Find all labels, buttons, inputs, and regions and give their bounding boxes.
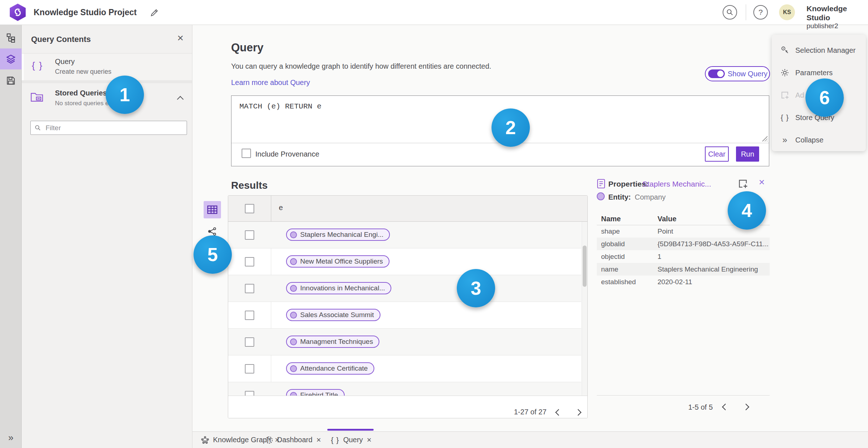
entity-pill-label: Firebird Title — [300, 391, 338, 396]
gear-icon — [780, 68, 789, 77]
entity-pill[interactable]: Innovations in Mechanical... — [286, 282, 391, 294]
edit-title-button[interactable] — [150, 8, 159, 17]
tab-dashboard[interactable]: Dashboard × — [265, 432, 321, 448]
entity-pill[interactable]: Staplers Mechanical Engi... — [286, 229, 390, 241]
pencil-icon — [150, 8, 159, 17]
property-value: {5D9B4713-F98D-4A53-A59F-C11... — [658, 240, 769, 248]
row-checkbox[interactable] — [245, 311, 254, 320]
query-item[interactable]: { } Query Create new queries — [22, 54, 192, 80]
row-checkbox[interactable] — [245, 230, 254, 240]
properties-entity-link[interactable]: Staplers Mechanic... — [642, 180, 711, 188]
column-separator — [271, 196, 271, 221]
entity-dot-icon — [290, 312, 297, 319]
app-logo[interactable] — [10, 4, 26, 21]
rail-expand-button[interactable]: » — [0, 430, 22, 445]
row-checkbox[interactable] — [245, 337, 254, 347]
add-to-selection-button[interactable] — [738, 179, 748, 189]
resize-handle[interactable] — [762, 136, 767, 141]
table-row[interactable]: New Metal Office Suppliers — [228, 248, 581, 275]
pagination-prev-button[interactable] — [551, 405, 566, 418]
layers-icon — [6, 54, 16, 64]
property-name: globalid — [601, 240, 625, 248]
results-table-header: e — [228, 196, 587, 222]
entity-type-value: Company — [635, 193, 666, 201]
show-query-toggle[interactable]: Show Query — [705, 66, 770, 81]
table-row[interactable]: Firebird Title — [228, 382, 581, 396]
user-avatar[interactable]: KS — [779, 4, 795, 20]
tab-label: Dashboard — [277, 436, 312, 444]
stored-queries-label: Stored Queries — [55, 89, 107, 97]
panel-close-button[interactable]: × — [177, 33, 184, 43]
menu-item-collapse[interactable]: » Collapse — [772, 129, 866, 151]
menu-item-label: Parameters — [795, 69, 833, 77]
help-button[interactable]: ? — [753, 5, 768, 20]
annotation-badge-2: 2 — [492, 108, 530, 147]
entity-pill[interactable]: Sales Associate Summit — [286, 309, 380, 321]
clear-button[interactable]: Clear — [705, 146, 729, 162]
topbar-divider — [746, 4, 746, 20]
table-row[interactable]: Managment Techniques — [228, 329, 581, 355]
properties-close-button[interactable]: × — [759, 177, 765, 187]
table-row[interactable]: Sales Associate Summit — [228, 302, 581, 329]
query-code-input[interactable]: MATCH (e) RETURN e — [239, 102, 322, 111]
rail-item-save[interactable] — [0, 70, 22, 91]
user-name: Knowledge Studio — [807, 4, 868, 22]
property-value: 1 — [658, 253, 661, 261]
selection-manager-icon — [780, 46, 789, 55]
property-col-value: Value — [658, 215, 676, 223]
project-title: Knowledge Studio Project — [34, 0, 137, 25]
entity-pill[interactable]: Firebird Title — [286, 389, 345, 396]
annotation-badge-6: 6 — [805, 78, 844, 117]
select-all-checkbox[interactable] — [245, 204, 254, 213]
table-view-button[interactable] — [204, 201, 221, 218]
tab-query-active[interactable]: { } Query × — [331, 432, 371, 448]
annotation-badge-5: 5 — [193, 235, 232, 274]
rail-item-layers[interactable] — [0, 48, 22, 69]
close-icon: × — [177, 32, 184, 44]
table-row[interactable]: Attendance Certificate — [228, 355, 581, 382]
table-row[interactable]: Innovations in Mechanical... — [228, 275, 581, 302]
properties-footer-divider — [597, 395, 770, 396]
entity-pill[interactable]: New Metal Office Suppliers — [286, 255, 390, 268]
pagination-next-button[interactable] — [571, 405, 585, 418]
entity-pill-label: New Metal Office Suppliers — [300, 257, 383, 265]
chevron-up-icon[interactable] — [177, 96, 183, 102]
include-provenance-checkbox[interactable] — [242, 149, 251, 158]
row-checkbox[interactable] — [245, 257, 254, 266]
entity-label: Entity: — [608, 193, 631, 201]
learn-more-link[interactable]: Learn more about Query — [231, 78, 310, 87]
toggle-switch[interactable] — [708, 69, 725, 78]
row-checkbox[interactable] — [245, 284, 254, 293]
table-row[interactable]: Staplers Mechanical Engi... — [228, 222, 581, 248]
include-provenance-label: Include Provenance — [255, 150, 319, 158]
results-title: Results — [231, 180, 268, 191]
user-block[interactable]: Knowledge Studio publisher2 — [807, 4, 868, 30]
rail-item-hierarchy[interactable] — [0, 27, 22, 48]
row-checkbox[interactable] — [245, 391, 254, 396]
braces-icon: { } — [780, 113, 789, 122]
user-role: publisher2 — [807, 22, 868, 30]
menu-item-label: Selection Manager — [795, 46, 856, 55]
property-value: Point — [658, 227, 673, 235]
run-button[interactable]: Run — [736, 146, 759, 162]
folder-icon — [30, 91, 43, 102]
double-chevron-right-icon: » — [8, 432, 13, 443]
property-value: 2020-02-11 — [658, 278, 692, 286]
entity-pill[interactable]: Attendance Certificate — [286, 362, 374, 375]
tab-close-icon[interactable]: × — [367, 436, 371, 444]
question-icon: ? — [758, 8, 763, 17]
scrollbar-thumb[interactable] — [583, 246, 587, 287]
search-button[interactable] — [723, 5, 737, 20]
query-item-accent — [22, 54, 24, 80]
menu-item-selection-manager[interactable]: Selection Manager — [772, 39, 866, 61]
entity-pill[interactable]: Managment Techniques — [286, 336, 379, 348]
menu-item-label: Collapse — [795, 136, 824, 144]
results-footer: 1-27 of 27 — [228, 396, 587, 418]
properties-next-button[interactable] — [739, 400, 753, 414]
properties-prev-button[interactable] — [718, 400, 732, 414]
row-checkbox[interactable] — [245, 364, 254, 374]
filter-input[interactable] — [45, 124, 183, 132]
tab-close-icon[interactable]: × — [316, 436, 321, 444]
table-icon — [207, 205, 218, 214]
results-scrollbar[interactable] — [582, 222, 587, 396]
